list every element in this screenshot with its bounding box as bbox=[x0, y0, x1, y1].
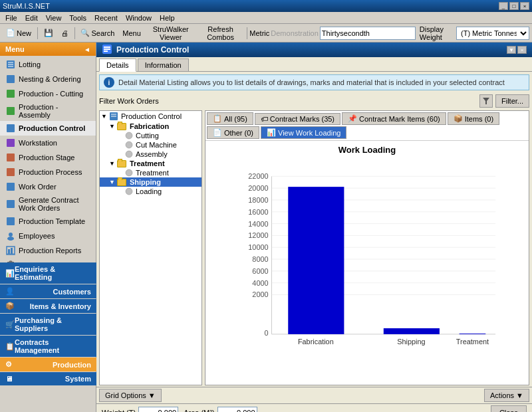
svg-rect-8 bbox=[7, 139, 15, 147]
sidebar-item-workstation[interactable]: Workstation bbox=[0, 136, 96, 150]
tree-expand-fabrication[interactable]: ▼ bbox=[109, 123, 116, 130]
close-window-button[interactable]: × bbox=[520, 2, 529, 10]
sidebar-item-lotting[interactable]: Lotting bbox=[0, 57, 96, 72]
nav-section-items[interactable]: 📦 Items & Inventory bbox=[0, 299, 96, 313]
workorder-label: Work Order bbox=[19, 183, 57, 191]
nav-section-system[interactable]: 🖥 System bbox=[0, 372, 96, 385]
chart-title: Work Loading bbox=[205, 141, 529, 156]
tree-item-assembly[interactable]: ▶ Assembly bbox=[100, 150, 201, 159]
tree-expand-shipping[interactable]: ▼ bbox=[109, 179, 116, 185]
enquiries-icon: 📊 bbox=[5, 269, 15, 278]
tab-details[interactable]: Details bbox=[99, 58, 136, 72]
svg-text:4000: 4000 bbox=[252, 279, 268, 287]
sidebar-item-assembly[interactable]: Production - Assembly bbox=[0, 101, 96, 121]
tree-item-treatment-folder[interactable]: ▼ Treatment bbox=[100, 159, 201, 168]
new-button[interactable]: 📄 New bbox=[3, 26, 35, 41]
svg-text:12000: 12000 bbox=[248, 231, 268, 239]
minimize-button[interactable]: _ bbox=[499, 2, 508, 10]
tree-item-cut-machine[interactable]: ▶ Cut Machine bbox=[100, 140, 201, 150]
sidebar-item-nesting[interactable]: Nesting & Ordering bbox=[0, 72, 96, 86]
sidebar-item-reports[interactable]: Production Reports bbox=[0, 243, 96, 258]
sidebar-item-cutting[interactable]: Production - Cutting bbox=[0, 86, 96, 101]
grid-options-button[interactable]: Grid Options ▼ bbox=[99, 389, 162, 402]
svg-rect-6 bbox=[7, 107, 15, 115]
actions-button[interactable]: Actions ▼ bbox=[484, 389, 529, 402]
metric-combo[interactable] bbox=[320, 27, 416, 40]
tree-item-shipping[interactable]: ▼ Shipping bbox=[100, 177, 201, 187]
chart-tab-work-loading[interactable]: 📊 View Work Loading bbox=[261, 126, 346, 139]
float-button[interactable]: ▼ bbox=[507, 46, 516, 54]
chart-tab-other[interactable]: 📄 Other (0) bbox=[207, 126, 259, 139]
print-button[interactable]: 🖨 bbox=[58, 26, 72, 41]
nav-section-contracts[interactable]: 📋 Contracts Management bbox=[0, 336, 96, 357]
tree-item-loading[interactable]: ▶ Loading bbox=[100, 187, 201, 196]
weight-bar: Weight (T) Area (M²) Close bbox=[96, 403, 532, 412]
title-bar-title: StruM.I.S.NET bbox=[3, 2, 50, 10]
tree-expand-treatment[interactable]: ▼ bbox=[109, 160, 116, 167]
menu-view[interactable]: View bbox=[42, 13, 66, 23]
nav-section-customers[interactable]: 👤 Customers bbox=[0, 284, 96, 298]
weight-unit-select[interactable]: (T) Metric Tonnes bbox=[456, 27, 529, 40]
tree-item-treatment[interactable]: ▶ Treatment bbox=[100, 168, 201, 177]
sidebar-item-employees[interactable]: Employees bbox=[0, 229, 96, 243]
close-panel-button[interactable]: × bbox=[517, 46, 527, 54]
sidebar-menu: Lotting Nesting & Ordering Production - … bbox=[0, 56, 96, 412]
svg-rect-29 bbox=[104, 51, 108, 52]
close-button[interactable]: Close bbox=[491, 405, 527, 412]
sidebar-item-process[interactable]: Production Process bbox=[0, 165, 96, 179]
search-button[interactable]: 🔍 Search bbox=[77, 26, 118, 41]
workorder-icon bbox=[5, 181, 16, 192]
svg-rect-9 bbox=[7, 154, 15, 161]
reports-label: Production Reports bbox=[19, 247, 81, 255]
sidebar-collapse-button[interactable]: ◄ bbox=[84, 46, 90, 53]
sidebar-item-generate[interactable]: Generate Contract Work Orders bbox=[0, 194, 96, 214]
tree-expand-production-control[interactable]: ▼ bbox=[101, 113, 108, 120]
chart-tab-contract-mark-items[interactable]: 📌 Contract Mark Items (60) bbox=[342, 112, 446, 125]
tree-item-cutting[interactable]: ▶ Cutting bbox=[100, 131, 201, 140]
sidebar-item-stage[interactable]: Production Stage bbox=[0, 150, 96, 165]
nav-section-enquiries[interactable]: 📊 Enquiries & Estimating bbox=[0, 262, 96, 284]
filter-work-orders-label: Filter Work Orders bbox=[99, 97, 159, 105]
struwalker-button[interactable]: StruWalker Viewer bbox=[146, 26, 196, 41]
chart-tab-all[interactable]: 📋 All (95) bbox=[207, 112, 253, 125]
filter-funnel-icon[interactable] bbox=[479, 94, 493, 108]
tree-item-production-control[interactable]: ▼ Production Control bbox=[100, 111, 201, 122]
weight-input[interactable] bbox=[138, 407, 178, 412]
menu-window[interactable]: Window bbox=[122, 13, 156, 23]
maximize-button[interactable]: □ bbox=[509, 2, 519, 10]
chart-tab-items[interactable]: 📦 Items (0) bbox=[448, 112, 499, 125]
contract-mark-items-icon: 📌 bbox=[348, 114, 357, 123]
content-header-icon bbox=[102, 44, 112, 56]
chart-tab-contract-marks[interactable]: 🏷 Contract Marks (35) bbox=[255, 113, 340, 125]
sidebar-item-production-control[interactable]: Production Control bbox=[0, 121, 96, 136]
menu-file[interactable]: File bbox=[1, 13, 21, 23]
svg-text:16000: 16000 bbox=[248, 208, 268, 216]
display-weight-label: Display Weight bbox=[420, 25, 455, 41]
content-area: Production Control ▼ × Details Informati… bbox=[96, 43, 532, 412]
sidebar-item-template[interactable]: Production Template bbox=[0, 214, 96, 229]
refresh-combos-button[interactable]: Refresh Combos bbox=[198, 26, 244, 41]
tree-item-fabrication[interactable]: ▼ Fabrication bbox=[100, 122, 201, 131]
area-input[interactable] bbox=[217, 407, 257, 412]
work-loading-icon: 📊 bbox=[267, 128, 276, 137]
menu-edit[interactable]: Edit bbox=[21, 13, 42, 23]
weight-label: Weight (T) bbox=[102, 409, 136, 412]
template-label: Production Template bbox=[19, 217, 85, 225]
tree-label-cut-machine: Cut Machine bbox=[136, 141, 177, 149]
tree-label-loading: Loading bbox=[136, 187, 162, 195]
generate-icon bbox=[5, 199, 16, 209]
nav-section-purchasing[interactable]: 🛒 Purchasing & Suppliers bbox=[0, 314, 96, 335]
menu-button[interactable]: Menu bbox=[119, 26, 144, 41]
svg-text:Shipping: Shipping bbox=[397, 338, 425, 346]
sidebar-item-workorder[interactable]: Work Order bbox=[0, 179, 96, 194]
process-label: Production Process bbox=[19, 168, 82, 176]
title-bar-controls: _ □ × bbox=[499, 2, 529, 10]
menu-help[interactable]: Help bbox=[156, 13, 179, 23]
menu-recent[interactable]: Recent bbox=[90, 13, 122, 23]
tab-information[interactable]: Information bbox=[138, 58, 189, 71]
stage-icon bbox=[5, 152, 16, 163]
save-button[interactable]: 💾 bbox=[41, 26, 57, 41]
menu-tools[interactable]: Tools bbox=[65, 13, 90, 23]
filter-button[interactable]: Filter... bbox=[495, 94, 529, 108]
nav-section-production[interactable]: ⚙ Production bbox=[0, 358, 96, 371]
